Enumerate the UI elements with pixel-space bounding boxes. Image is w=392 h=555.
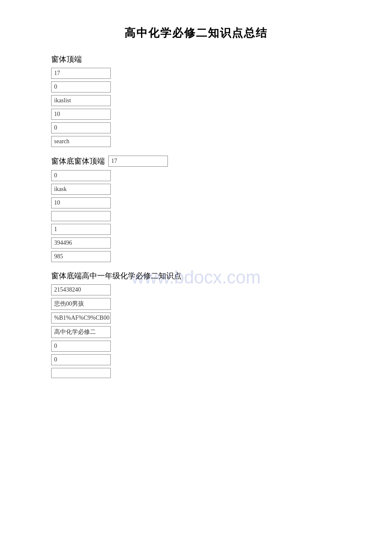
field-s1-3[interactable]: 10: [51, 109, 111, 120]
field-s1-5[interactable]: search: [51, 136, 111, 147]
field-s3-2[interactable]: %B1%AF%C9%CB00: [51, 312, 111, 324]
field-s1-2[interactable]: ikaslist: [51, 95, 111, 106]
section2-fields: 0 ikask 10 1 394496 985: [51, 170, 341, 262]
field-s3-4[interactable]: 0: [51, 341, 111, 352]
section3: 窗体底端高中一年级化学必修二知识点 215438240 悲伤00男孩 %B1%A…: [51, 271, 341, 378]
field-s2-2[interactable]: 10: [51, 197, 111, 208]
field-s3-0[interactable]: 215438240: [51, 284, 111, 295]
section1-heading: 窗体顶端: [51, 54, 341, 64]
field-s2-1[interactable]: ikask: [51, 184, 111, 195]
field-s3-6[interactable]: [51, 368, 111, 378]
section1: 窗体顶端 17 0 ikaslist 10 0 search: [51, 54, 341, 147]
section2-heading: 窗体底窗体顶端: [51, 156, 105, 166]
field-s3-1[interactable]: 悲伤00男孩: [51, 298, 111, 310]
field-s1-4[interactable]: 0: [51, 122, 111, 133]
section3-heading: 窗体底端高中一年级化学必修二知识点: [51, 271, 341, 281]
field-s3-3[interactable]: 高中化学必修二: [51, 326, 111, 338]
section3-fields: 215438240 悲伤00男孩 %B1%AF%C9%CB00 高中化学必修二 …: [51, 284, 341, 378]
section2: 窗体底窗体顶端 17 0 ikask 10 1 394496 985: [51, 156, 341, 262]
field-s3-5[interactable]: 0: [51, 354, 111, 365]
field-s2-0[interactable]: 0: [51, 170, 111, 181]
field-s2-3[interactable]: [51, 211, 111, 221]
field-s1-0[interactable]: 17: [51, 68, 111, 79]
field-s2-inline[interactable]: 17: [108, 156, 168, 167]
page-title: 高中化学必修二知识点总结: [51, 26, 341, 40]
field-s2-5[interactable]: 394496: [51, 237, 111, 249]
field-s2-4[interactable]: 1: [51, 224, 111, 235]
field-s2-6[interactable]: 985: [51, 251, 111, 262]
field-s1-1[interactable]: 0: [51, 81, 111, 92]
section1-fields: 17 0 ikaslist 10 0 search: [51, 68, 341, 147]
